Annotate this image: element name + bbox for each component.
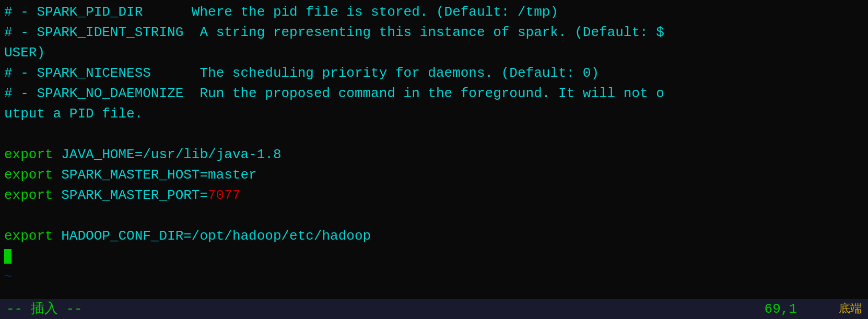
code-line-blank1 [4, 124, 864, 145]
code-line-1: # - SPARK_PID_DIR Where the pid file is … [4, 2, 864, 22]
csdn-label: 底端 [839, 301, 862, 318]
code-line-2: # - SPARK_IDENT_STRING A string represen… [4, 22, 864, 43]
code-line-3: USER) [4, 43, 864, 63]
code-line-8: export SPARK_MASTER_HOST=master [4, 165, 864, 185]
status-right: 69,1 底端 [765, 299, 862, 320]
cursor-position: 69,1 [765, 299, 797, 320]
cursor [4, 249, 11, 264]
vim-mode: -- 插入 -- [6, 299, 83, 320]
code-line-7: export JAVA_HOME=/usr/lib/java-1.8 [4, 145, 864, 165]
status-bar: -- 插入 -- 69,1 底端 [0, 299, 868, 319]
code-line-9: export SPARK_MASTER_PORT=7077 [4, 185, 864, 206]
code-line-5: # - SPARK_NO_DAEMONIZE Run the proposed … [4, 84, 864, 104]
code-line-10: export HADOOP_CONF_DIR=/opt/hadoop/etc/h… [4, 226, 864, 246]
code-line-blank2 [4, 206, 864, 226]
terminal: # - SPARK_PID_DIR Where the pid file is … [0, 0, 868, 319]
code-line-4: # - SPARK_NICENESS The scheduling priori… [4, 63, 864, 84]
code-line-cursor [4, 246, 864, 267]
code-line-6: utput a PID file. [4, 104, 864, 124]
tilde-line: ~ [4, 267, 864, 287]
